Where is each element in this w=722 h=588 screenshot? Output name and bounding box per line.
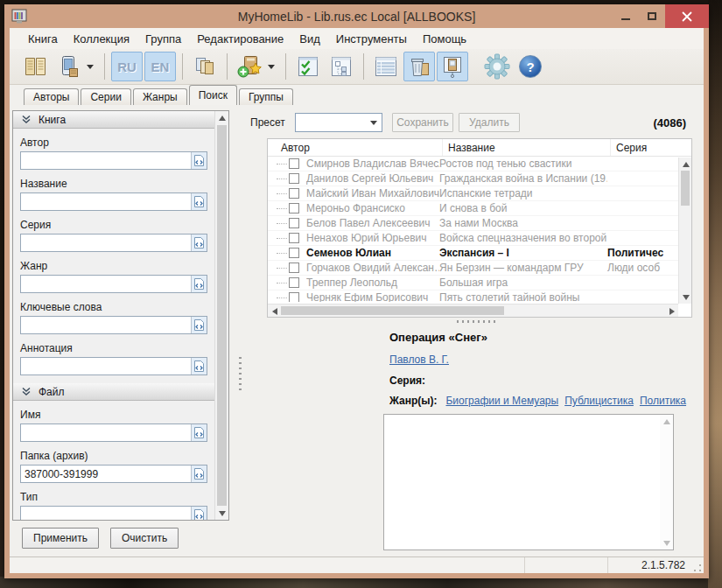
section-header-book[interactable]: Книга bbox=[13, 111, 214, 129]
column-header-title[interactable]: Название bbox=[443, 139, 611, 156]
maximize-button[interactable] bbox=[639, 4, 665, 28]
open-collection-button[interactable] bbox=[19, 52, 51, 81]
apply-button[interactable]: Применить bbox=[22, 528, 99, 549]
search-panel-scrollbar[interactable] bbox=[214, 111, 228, 520]
copy-button[interactable] bbox=[189, 52, 221, 81]
scroll-up-icon[interactable] bbox=[679, 158, 692, 171]
close-button[interactable] bbox=[665, 4, 709, 28]
table-row[interactable]: Данилов Сергей ЮльевичГражданская война … bbox=[268, 172, 691, 186]
template-icon[interactable] bbox=[191, 466, 207, 482]
row-checkbox[interactable] bbox=[289, 203, 299, 214]
table-row[interactable]: Семенов ЮлианЭкспансия – IПолитичес bbox=[268, 246, 691, 261]
search-panel: КнигаАвторНазваниеСерияЖанрКлючевые слов… bbox=[12, 110, 229, 521]
table-row[interactable]: Черняк Ефим БорисовичПять столетий тайно… bbox=[268, 290, 691, 302]
menu-item-help[interactable]: Помощь bbox=[415, 30, 474, 48]
scroll-thumb[interactable] bbox=[681, 171, 690, 206]
details-splitter[interactable] bbox=[249, 318, 704, 325]
series-input[interactable] bbox=[21, 234, 191, 251]
folder-input[interactable] bbox=[21, 466, 191, 482]
template-icon[interactable] bbox=[191, 317, 207, 333]
lang-en-toggle[interactable]: EN bbox=[144, 52, 176, 81]
genre-input[interactable] bbox=[21, 276, 191, 292]
table-row[interactable]: Ненахов Юрий ЮрьевичВойска спецназначени… bbox=[268, 231, 691, 246]
table-row[interactable]: Майский Иван МихайловичИспанские тетради bbox=[268, 186, 691, 201]
column-header-author[interactable]: Автор bbox=[268, 139, 443, 156]
table-row[interactable]: Горчаков Овидий Алексан…Ян Берзин — кома… bbox=[268, 261, 691, 276]
menu-item-group[interactable]: Группа bbox=[137, 30, 189, 48]
lang-ru-toggle[interactable]: RU bbox=[111, 52, 143, 81]
clear-button[interactable]: Очистить bbox=[110, 528, 179, 549]
table-row[interactable]: Смирнов Владислав Вячесл…Ростов под тень… bbox=[268, 157, 691, 172]
keywords-input[interactable] bbox=[21, 317, 191, 333]
scroll-right-icon[interactable] bbox=[665, 304, 678, 318]
reader-panel-toggle[interactable] bbox=[437, 52, 468, 81]
preset-delete-button[interactable]: Удалить bbox=[459, 113, 520, 132]
table-row[interactable]: Мероньо ФрансискоИ снова в бой bbox=[268, 201, 691, 216]
column-header-series[interactable]: Серия bbox=[611, 139, 691, 156]
tree-view-button[interactable] bbox=[326, 52, 357, 81]
check-books-button[interactable] bbox=[292, 52, 324, 81]
menu-item-tools[interactable]: Инструменты bbox=[328, 30, 415, 48]
table-vertical-scrollbar[interactable] bbox=[678, 158, 691, 304]
table-horizontal-scrollbar[interactable] bbox=[268, 304, 678, 317]
section-header-file[interactable]: Файл bbox=[13, 383, 214, 401]
row-checkbox[interactable] bbox=[289, 292, 299, 302]
filename-input[interactable] bbox=[21, 424, 191, 441]
row-checkbox[interactable] bbox=[289, 233, 299, 243]
row-checkbox[interactable] bbox=[289, 277, 299, 288]
preset-save-button[interactable]: Сохранить bbox=[392, 113, 453, 132]
row-checkbox[interactable] bbox=[289, 248, 299, 258]
panel-splitter[interactable] bbox=[232, 110, 249, 556]
menu-item-book[interactable]: Книга bbox=[20, 30, 66, 48]
row-checkbox[interactable] bbox=[289, 158, 299, 169]
row-checkbox[interactable] bbox=[289, 262, 299, 273]
template-icon[interactable] bbox=[191, 234, 207, 251]
menu-item-edit[interactable]: Редактирование bbox=[189, 30, 291, 48]
scroll-thumb[interactable] bbox=[281, 306, 504, 315]
title-input[interactable] bbox=[21, 193, 191, 210]
scroll-up-icon[interactable] bbox=[215, 111, 229, 124]
preset-combobox[interactable] bbox=[295, 113, 382, 132]
details-pane: Операция «Снег» Павлов В. Г. Серия: Жанр… bbox=[249, 325, 704, 556]
table-view-button[interactable] bbox=[370, 52, 402, 81]
template-icon[interactable] bbox=[191, 276, 207, 292]
row-checkbox[interactable] bbox=[289, 218, 299, 228]
template-icon[interactable] bbox=[191, 424, 207, 441]
genre-link[interactable]: Политика bbox=[640, 395, 686, 407]
menu-item-collection[interactable]: Коллекция bbox=[66, 30, 137, 48]
tab-authors[interactable]: Авторы bbox=[24, 88, 79, 105]
annotation-box[interactable] bbox=[383, 414, 674, 550]
template-icon[interactable] bbox=[191, 507, 207, 520]
settings-button[interactable] bbox=[481, 52, 513, 81]
add-to-favorites-button[interactable] bbox=[234, 52, 265, 81]
scroll-down-icon[interactable] bbox=[215, 507, 229, 520]
filetype-input[interactable] bbox=[21, 507, 191, 520]
template-icon[interactable] bbox=[191, 193, 207, 210]
tab-search[interactable]: Поиск bbox=[189, 85, 237, 105]
book-author-link[interactable]: Павлов В. Г. bbox=[389, 354, 449, 366]
tab-genres[interactable]: Жанры bbox=[133, 88, 187, 105]
row-checkbox[interactable] bbox=[289, 188, 299, 199]
template-icon[interactable] bbox=[191, 358, 207, 374]
author-input[interactable] bbox=[21, 152, 191, 169]
tab-groups[interactable]: Группы bbox=[239, 88, 293, 105]
scroll-thumb[interactable] bbox=[217, 125, 227, 506]
genre-link[interactable]: Биографии и Мемуары bbox=[445, 395, 558, 407]
table-row[interactable]: Треппер ЛеопольдБольшая игра bbox=[268, 276, 691, 290]
help-button[interactable]: ? bbox=[515, 52, 546, 81]
genre-link[interactable]: Публицистика bbox=[564, 395, 634, 407]
scroll-down-icon[interactable] bbox=[679, 290, 692, 304]
tab-series[interactable]: Серии bbox=[81, 88, 130, 105]
scroll-left-icon[interactable] bbox=[268, 304, 281, 318]
send-to-device-button[interactable] bbox=[53, 52, 84, 81]
minimize-button[interactable] bbox=[613, 4, 639, 28]
dropdown-caret-icon[interactable] bbox=[268, 65, 275, 69]
table-row[interactable]: Белов Павел АлексеевичЗа нами Москва bbox=[268, 216, 691, 231]
template-icon[interactable] bbox=[191, 152, 207, 169]
annotation-input[interactable] bbox=[21, 358, 191, 374]
resize-grip[interactable] bbox=[692, 563, 703, 573]
show-deleted-toggle[interactable] bbox=[403, 52, 435, 81]
dropdown-caret-icon[interactable] bbox=[87, 65, 94, 69]
row-checkbox[interactable] bbox=[289, 173, 299, 184]
menu-item-view[interactable]: Вид bbox=[291, 30, 328, 48]
